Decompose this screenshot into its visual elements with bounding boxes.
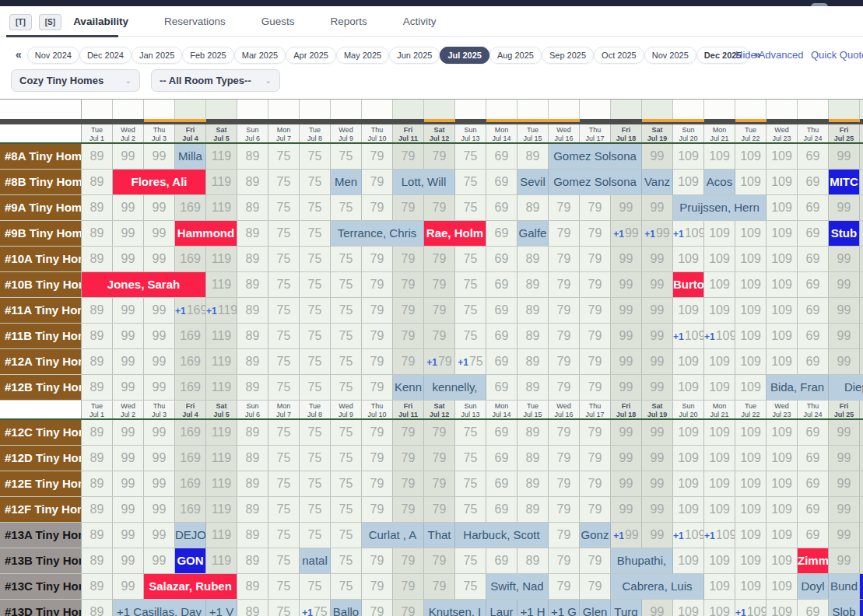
price-cell[interactable]: 109 <box>735 144 767 169</box>
price-cell[interactable]: 119 <box>206 247 237 271</box>
price-cell[interactable]: 75 <box>331 420 362 445</box>
price-cell[interactable]: 89 <box>82 170 113 194</box>
price-cell[interactable]: 69 <box>798 272 829 297</box>
price-cell[interactable]: 109 <box>704 600 735 616</box>
price-cell[interactable]: 69 <box>486 195 517 220</box>
price-cell[interactable]: 99 <box>642 324 673 348</box>
price-cell[interactable]: 79 <box>424 446 455 471</box>
price-cell[interactable] <box>860 324 863 348</box>
price-cell[interactable]: +1109 <box>673 221 704 246</box>
price-cell[interactable]: 89 <box>82 349 113 374</box>
price-cell[interactable]: 75 <box>300 375 331 400</box>
price-cell[interactable]: 79 <box>424 144 455 169</box>
price-cell[interactable]: 109 <box>735 446 767 471</box>
reservation-block[interactable]: Salazar, Ruben <box>144 574 237 599</box>
price-cell[interactable]: 79 <box>424 420 455 445</box>
price-cell[interactable]: 109 <box>704 497 735 522</box>
reservation-block[interactable]: Zimm <box>798 548 829 573</box>
price-cell[interactable]: 79 <box>362 420 393 445</box>
price-cell[interactable]: 79 <box>580 195 611 220</box>
price-cell[interactable]: 89 <box>82 195 113 220</box>
reservation-block[interactable]: DEJO <box>175 523 206 548</box>
price-cell[interactable] <box>860 298 863 323</box>
reservation-block[interactable]: Burto <box>673 272 704 297</box>
price-cell[interactable]: 75 <box>268 298 300 323</box>
price-cell[interactable]: 99 <box>642 349 673 374</box>
reservation-block[interactable]: natal <box>300 548 331 573</box>
reservation-block[interactable]: Gomez Solsona <box>549 170 642 194</box>
price-cell[interactable]: 89 <box>237 298 268 323</box>
price-cell[interactable]: 99 <box>611 471 642 496</box>
price-cell[interactable]: 99 <box>144 298 175 323</box>
price-cell[interactable]: 79 <box>393 144 424 169</box>
reservation-block[interactable]: Laur <box>486 600 517 616</box>
price-cell[interactable]: 99 <box>642 446 673 471</box>
price-cell[interactable] <box>860 221 863 246</box>
price-cell[interactable]: 99 <box>642 497 673 522</box>
price-cell[interactable]: 79 <box>549 548 580 573</box>
price-cell[interactable]: 109 <box>767 298 798 323</box>
month-pill-oct-2025[interactable]: Oct 2025 <box>594 47 644 64</box>
price-cell[interactable]: 69 <box>798 144 829 169</box>
reservation-block[interactable]: A <box>860 600 863 616</box>
price-cell[interactable]: 109 <box>735 221 767 246</box>
price-cell[interactable]: 79 <box>362 272 393 297</box>
price-cell[interactable]: 79 <box>580 574 611 599</box>
price-cell[interactable]: 99 <box>611 446 642 471</box>
price-cell[interactable]: 75 <box>455 548 486 573</box>
price-cell[interactable]: 109 <box>767 247 798 271</box>
price-cell[interactable]: 109 <box>767 221 798 246</box>
price-cell[interactable]: 69 <box>486 375 517 400</box>
price-cell[interactable]: 109 <box>767 324 798 348</box>
price-cell[interactable]: 79 <box>549 349 580 374</box>
price-cell[interactable]: 99 <box>144 420 175 445</box>
price-cell[interactable]: 79 <box>362 548 393 573</box>
price-cell[interactable]: 99 <box>144 324 175 348</box>
price-cell[interactable]: 109 <box>704 349 735 374</box>
room-name-cell[interactable]: #13B Tiny Home <box>0 548 82 573</box>
price-cell[interactable]: 99 <box>113 324 144 348</box>
price-cell[interactable]: 99 <box>113 349 144 374</box>
price-cell[interactable]: +179 <box>424 349 455 374</box>
price-cell[interactable]: 99 <box>144 195 175 220</box>
price-cell[interactable]: 89 <box>517 247 549 271</box>
price-cell[interactable]: 119 <box>206 548 237 573</box>
price-cell[interactable]: 75 <box>268 170 300 194</box>
price-cell[interactable]: 79 <box>424 272 455 297</box>
price-cell[interactable]: 69 <box>798 471 829 496</box>
price-cell[interactable]: 79 <box>549 420 580 445</box>
price-cell[interactable]: 99 <box>829 420 860 445</box>
price-cell[interactable]: 99 <box>113 548 144 573</box>
price-cell[interactable]: 69 <box>486 170 517 194</box>
property-select[interactable]: Cozy Tiny Homes ⌄ <box>11 69 140 92</box>
price-cell[interactable]: 89 <box>82 144 113 169</box>
price-cell[interactable]: 99 <box>144 221 175 246</box>
prev-months-button[interactable]: « <box>16 48 22 61</box>
price-cell[interactable]: 99 <box>611 324 642 348</box>
price-cell[interactable]: 119 <box>206 446 237 471</box>
price-cell[interactable]: 169 <box>175 195 206 220</box>
price-cell[interactable]: 75 <box>268 221 300 246</box>
price-cell[interactable]: 109 <box>767 446 798 471</box>
price-cell[interactable]: 79 <box>424 195 455 220</box>
room-name-cell[interactable]: #11B Tiny Home <box>0 324 82 348</box>
nav-tool-button-t[interactable]: [T] <box>9 14 32 30</box>
price-cell[interactable]: 79 <box>580 247 611 271</box>
price-cell[interactable]: 89 <box>237 600 268 616</box>
price-cell[interactable] <box>860 144 863 169</box>
price-cell[interactable]: 109 <box>767 420 798 445</box>
price-cell[interactable]: 99 <box>611 272 642 297</box>
tab-reports[interactable]: Reports <box>330 16 367 27</box>
price-cell[interactable]: 89 <box>237 170 268 194</box>
tab-activity[interactable]: Activity <box>403 16 437 27</box>
price-cell[interactable]: 109 <box>673 471 704 496</box>
price-cell[interactable]: 75 <box>300 144 331 169</box>
price-cell[interactable]: 99 <box>144 144 175 169</box>
price-cell[interactable]: 79 <box>549 324 580 348</box>
price-cell[interactable]: 79 <box>362 170 393 194</box>
price-cell[interactable]: 99 <box>642 471 673 496</box>
price-cell[interactable]: 75 <box>331 324 362 348</box>
price-cell[interactable]: 75 <box>331 548 362 573</box>
reservation-block[interactable]: Diepe <box>829 375 863 400</box>
price-cell[interactable]: 75 <box>300 349 331 374</box>
